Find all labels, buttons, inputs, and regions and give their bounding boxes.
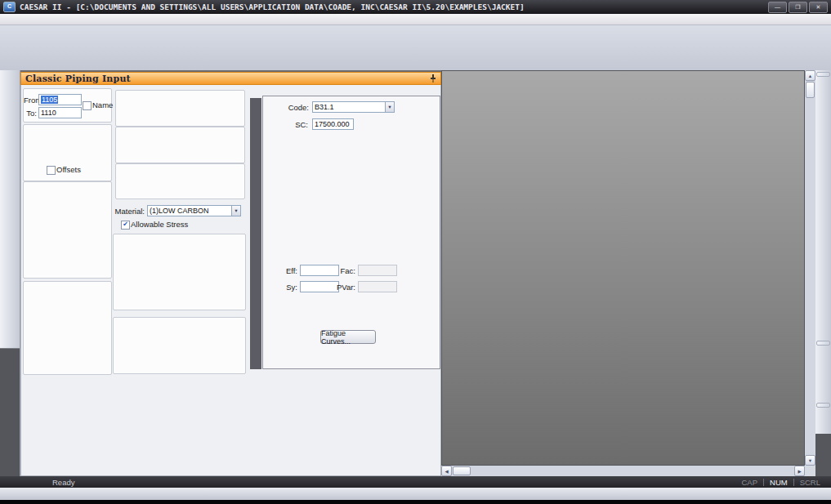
vertical-scrollbar[interactable]: ▲ ▼ [805, 70, 815, 466]
sc-field[interactable]: 17500.000 [312, 118, 354, 130]
caesar-ii-window: C CAESAR II - [C:\DOCUMENTS AND SETTINGS… [0, 0, 831, 504]
to-field[interactable]: 1110 [38, 107, 82, 118]
material-combo[interactable]: (1)LOW CARBON [147, 205, 233, 216]
num-lock-indicator: NUM [764, 478, 793, 487]
scroll-down-icon[interactable]: ▼ [805, 455, 815, 466]
eff-label: Eff: [273, 266, 297, 275]
from-field[interactable]: 1105 [38, 94, 82, 105]
main-area: Classic Piping Input From: 1105 To: 1110… [0, 70, 831, 476]
restore-button[interactable]: ❐ [789, 2, 807, 13]
offsets-checkbox-label: Offsets [56, 165, 81, 174]
horizontal-scroll-thumb[interactable] [453, 466, 471, 475]
elastic-properties-group [113, 234, 246, 310]
right-toolbar [815, 70, 831, 476]
title-bar: C CAESAR II - [C:\DOCUMENTS AND SETTINGS… [0, 0, 831, 14]
piping-model-viewport[interactable] [441, 70, 805, 466]
minimize-button[interactable]: — [768, 2, 787, 13]
scroll-lock-indicator: SCRL [794, 478, 826, 487]
density-group [113, 317, 246, 374]
deltas-group: Offsets [23, 124, 112, 181]
model-view-area: ▲ ▼ ◀ ▶ [441, 70, 815, 476]
node-group: From: 1105 To: 1110 Name [23, 88, 112, 123]
aux-tab-strip [250, 98, 261, 369]
status-text: Ready [52, 478, 74, 487]
pipe-section-group [23, 181, 112, 279]
loads-checks-group [115, 163, 245, 199]
code-dropdown-icon[interactable]: ▼ [385, 101, 395, 113]
scroll-left-icon[interactable]: ◀ [441, 466, 452, 476]
fatigue-curves-button[interactable]: Fat­igue Curves... [320, 330, 376, 344]
operating-conditions-group [23, 281, 112, 375]
pin-icon[interactable] [430, 74, 436, 83]
offsets-checkbox[interactable] [47, 166, 56, 175]
close-button[interactable]: ✕ [809, 2, 828, 13]
left-toolbar [0, 70, 20, 476]
toolbar-zone [0, 25, 831, 70]
pvar-field[interactable] [358, 281, 397, 292]
app-icon: C [3, 2, 16, 12]
fac-label: Fac: [333, 266, 355, 275]
panel-title: Classic Piping Input [25, 74, 430, 84]
from-label: From: [24, 96, 37, 105]
classic-piping-input-panel: Classic Piping Input From: 1105 To: 1110… [20, 72, 441, 476]
to-label: To: [24, 109, 37, 118]
code-label: Code: [281, 103, 309, 112]
horizontal-scrollbar[interactable]: ◀ ▶ [441, 466, 805, 476]
right-strip-filler [815, 434, 831, 476]
name-checkbox-label: Name [92, 100, 113, 109]
scroll-right-icon[interactable]: ▶ [794, 466, 805, 476]
menu-bar [0, 14, 831, 25]
status-bar: Ready CAP NUM SCRL [0, 476, 831, 488]
material-dropdown-icon[interactable]: ▼ [231, 205, 241, 216]
scroll-up-icon[interactable]: ▲ [805, 70, 815, 81]
panel-body: From: 1105 To: 1110 Name Offsets [20, 85, 441, 476]
allowable-stress-label: Allowable Stress [131, 220, 188, 229]
left-strip-filler [0, 348, 20, 476]
caps-lock-indicator: CAP [735, 478, 763, 487]
sc-label: SC: [293, 120, 308, 129]
bottom-edge [0, 500, 831, 504]
sy-label: Sy: [273, 283, 297, 292]
pvar-label: PVar: [333, 283, 355, 292]
vertical-scroll-thumb[interactable] [806, 82, 815, 98]
material-label: Material: [100, 207, 145, 216]
name-checkbox[interactable] [83, 101, 92, 110]
component-checks-group [115, 90, 245, 127]
allowable-stress-checkbox[interactable]: ✔ [121, 221, 130, 230]
code-combo[interactable]: B31.1 [312, 101, 386, 113]
allowable-stresses-panel: Code: B31.1 ▼ SC: 17500.000 Eff: Fac: Sy… [262, 96, 440, 369]
from-value: 1105 [41, 96, 58, 104]
window-title: CAESAR II - [C:\DOCUMENTS AND SETTINGS\A… [20, 2, 765, 11]
fac-field[interactable] [358, 265, 397, 276]
boundary-checks-group [115, 127, 245, 163]
panel-title-bar[interactable]: Classic Piping Input [20, 72, 441, 85]
bottom-toolbar-zone [0, 488, 831, 500]
